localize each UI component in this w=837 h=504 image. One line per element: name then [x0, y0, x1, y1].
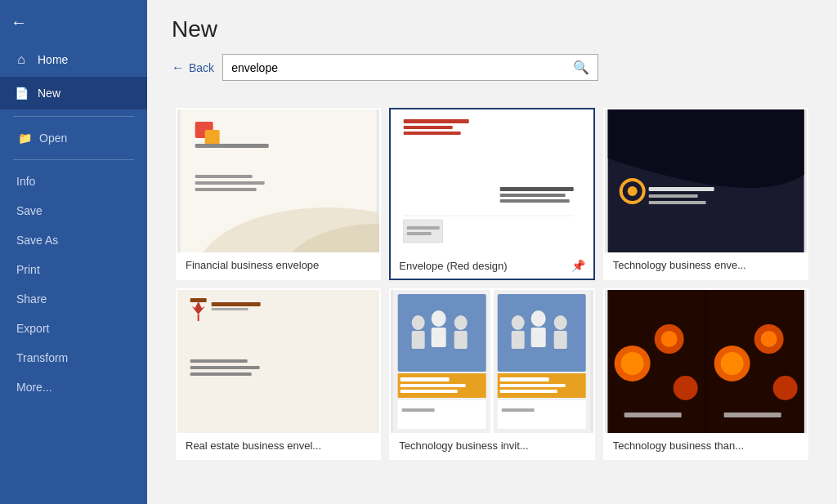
- pin-icon[interactable]: 📌: [571, 259, 585, 272]
- page-title: New: [172, 16, 812, 42]
- export-label: Export: [16, 322, 49, 335]
- sidebar-item-print[interactable]: Print: [0, 255, 147, 284]
- svg-rect-14: [500, 194, 566, 197]
- back-button[interactable]: ←: [0, 3, 38, 41]
- search-box: 🔍: [222, 54, 598, 81]
- info-label: Info: [16, 175, 35, 188]
- svg-rect-4: [205, 130, 220, 145]
- sidebar-item-more[interactable]: More...: [0, 372, 147, 402]
- template-label-row: Technology business enve...: [605, 252, 807, 278]
- save-label: Save: [16, 204, 43, 217]
- sidebar-item-label: New: [38, 87, 60, 100]
- sidebar-item-export[interactable]: Export: [0, 314, 147, 343]
- template-thumb: [605, 109, 807, 252]
- svg-rect-78: [723, 413, 781, 417]
- svg-rect-55: [531, 328, 546, 347]
- svg-rect-30: [212, 302, 261, 306]
- sidebar-divider: [13, 116, 134, 117]
- sidebar-item-transform[interactable]: Transform: [0, 343, 147, 372]
- svg-rect-10: [404, 119, 469, 123]
- template-card-financial[interactable]: Financial business envelope: [176, 108, 381, 280]
- svg-point-73: [720, 352, 743, 375]
- svg-rect-49: [398, 400, 486, 429]
- svg-rect-47: [401, 384, 466, 387]
- sidebar-nav: ⌂ Home 📄 New: [0, 42, 147, 109]
- sidebar-sub-label: Open: [39, 132, 67, 145]
- svg-rect-42: [432, 328, 446, 347]
- template-label: Technology business enve...: [613, 259, 746, 271]
- save-as-label: Save As: [16, 234, 58, 247]
- svg-rect-62: [498, 400, 586, 429]
- template-label: Technology business than...: [613, 439, 744, 452]
- svg-rect-17: [407, 226, 440, 230]
- svg-point-22: [627, 186, 637, 196]
- svg-point-68: [620, 352, 643, 375]
- svg-rect-16: [404, 220, 443, 243]
- svg-point-56: [554, 315, 567, 330]
- template-label-row: Financial business envelope: [177, 252, 379, 278]
- main-header: New ← Back 🔍: [147, 0, 837, 104]
- search-button[interactable]: 🔍: [565, 55, 598, 80]
- svg-rect-25: [648, 201, 705, 204]
- template-card-tech-invite[interactable]: Technology business invit...: [389, 288, 594, 460]
- sidebar-item-label: Home: [38, 53, 68, 66]
- svg-rect-29: [198, 314, 199, 321]
- new-doc-icon: 📄: [13, 87, 29, 100]
- template-card-realestate[interactable]: Real estate business envel...: [176, 288, 381, 460]
- svg-rect-12: [404, 132, 461, 135]
- home-icon: ⌂: [13, 52, 29, 67]
- sidebar-divider-2: [13, 159, 134, 160]
- svg-point-43: [454, 315, 468, 330]
- svg-rect-24: [648, 194, 697, 198]
- template-card-tech-thank[interactable]: Technology business than...: [603, 288, 808, 460]
- svg-rect-50: [402, 408, 435, 412]
- back-link[interactable]: ← Back: [172, 60, 214, 75]
- template-card-tech[interactable]: Technology business enve...: [603, 108, 808, 280]
- more-label: More...: [16, 381, 52, 394]
- sidebar-item-info[interactable]: Info: [0, 167, 147, 196]
- svg-rect-61: [500, 390, 557, 393]
- svg-rect-8: [195, 188, 257, 191]
- template-label: Technology business invit...: [399, 439, 528, 452]
- svg-point-75: [760, 331, 777, 347]
- svg-rect-33: [190, 366, 260, 369]
- template-label-row: Real estate business envel...: [177, 433, 379, 458]
- sidebar-item-open[interactable]: 📁 Open: [0, 123, 147, 153]
- svg-point-54: [531, 310, 546, 327]
- svg-rect-44: [454, 331, 468, 349]
- svg-point-52: [512, 315, 525, 330]
- svg-rect-11: [404, 126, 453, 129]
- sidebar-item-home[interactable]: ⌂ Home: [0, 42, 147, 77]
- svg-rect-60: [500, 384, 566, 387]
- sidebar-item-save[interactable]: Save: [0, 196, 147, 225]
- template-label-row: Envelope (Red design) 📌: [391, 252, 593, 279]
- svg-rect-46: [401, 377, 450, 381]
- search-icon: 🔍: [573, 60, 589, 74]
- svg-point-70: [660, 331, 677, 347]
- svg-point-71: [673, 376, 697, 400]
- search-row: ← Back 🔍: [172, 54, 812, 81]
- transform-label: Transform: [16, 351, 68, 364]
- template-card-envelope-red[interactable]: Envelope (Red design) 📌: [389, 108, 594, 280]
- svg-rect-13: [500, 187, 574, 191]
- svg-rect-59: [500, 377, 549, 381]
- search-input[interactable]: [223, 56, 565, 80]
- template-thumb: [391, 290, 593, 433]
- svg-point-41: [432, 310, 446, 327]
- svg-rect-48: [401, 390, 458, 393]
- back-arrow-icon: ←: [172, 60, 185, 75]
- svg-rect-40: [412, 331, 425, 349]
- main-content: New ← Back 🔍: [147, 0, 837, 504]
- sidebar-item-share[interactable]: Share: [0, 284, 147, 314]
- sidebar-item-save-as[interactable]: Save As: [0, 225, 147, 255]
- template-label: Financial business envelope: [186, 259, 319, 271]
- svg-rect-63: [502, 408, 535, 412]
- template-thumb: [605, 290, 807, 433]
- template-thumb: [177, 109, 379, 252]
- template-label: Real estate business envel...: [186, 439, 321, 452]
- svg-rect-32: [190, 359, 248, 363]
- sidebar-item-new[interactable]: 📄 New: [0, 77, 147, 109]
- svg-rect-34: [190, 372, 252, 376]
- share-label: Share: [16, 292, 47, 306]
- svg-point-76: [772, 376, 797, 400]
